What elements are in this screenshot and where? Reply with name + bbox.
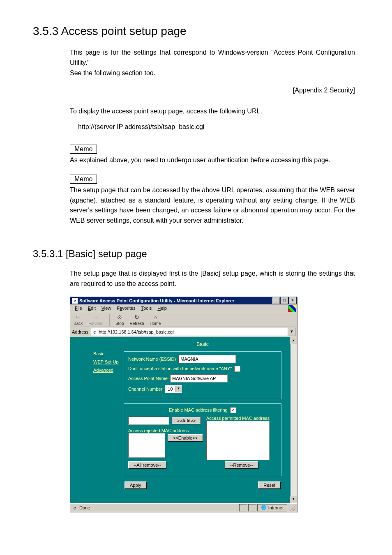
address-label: Address <box>72 329 88 334</box>
memo-1-label: Memo <box>70 145 97 154</box>
chevron-down-icon: ▾ <box>175 386 182 392</box>
essid-label: Network Name (ESSID) <box>128 357 176 362</box>
status-pane <box>239 504 247 511</box>
menu-favorites[interactable]: Favorites <box>114 305 138 311</box>
toolbar-separator <box>109 314 110 326</box>
label: dit <box>91 306 96 311</box>
menu-file[interactable]: File <box>72 305 85 311</box>
stop-icon: ⊘ <box>115 313 124 321</box>
address-text: http://192.168.1.64/tsb/tsap_basic.cgi <box>99 329 173 334</box>
label: Back <box>74 321 83 326</box>
scrollbar-track[interactable] <box>291 344 297 497</box>
ie-app-icon: e <box>72 298 78 304</box>
appendix-ref: [Appendix 2 Security] <box>70 85 355 96</box>
label: iew <box>104 306 111 311</box>
back-arrow-icon: ⇦ <box>74 313 82 321</box>
channel-value: 10 <box>165 387 175 391</box>
left-gutter <box>70 337 93 503</box>
panel-title: Basic <box>124 341 281 347</box>
label: ools <box>143 306 152 311</box>
forward-button[interactable]: ⇨ Forward <box>87 313 105 326</box>
status-text: Done <box>79 505 90 510</box>
channel-select[interactable]: 10 ▾ <box>165 385 182 393</box>
security-zone: 🌐 Internet <box>257 504 287 511</box>
nav-basic[interactable]: Basic <box>93 351 124 356</box>
label: vorites <box>122 306 135 311</box>
mac-filter-box: Enable MAC address filtering ✓ >>Add>> A… <box>124 403 281 476</box>
globe-icon: 🌐 <box>261 505 267 510</box>
macfilter-label: Enable MAC address filtering <box>169 408 227 412</box>
page-icon: e <box>92 329 97 335</box>
para-353-url-intro: To display the access point setup page, … <box>70 106 355 117</box>
memo-2-text: The setup page that can be accessed by t… <box>70 185 355 226</box>
refresh-button[interactable]: ↻ Refresh <box>128 313 146 326</box>
scroll-down-button[interactable]: ▾ <box>290 496 297 503</box>
address-input[interactable]: e http://192.168.1.64/tsb/tsap_basic.cgi <box>90 328 288 336</box>
sidebar-nav: Basic WEP Set Up Advanced <box>93 337 124 503</box>
all-remove-button[interactable]: --All remove-- <box>128 461 166 469</box>
minimize-button[interactable]: _ <box>272 297 280 304</box>
memo-2-label: Memo <box>70 175 97 184</box>
back-button[interactable]: ⇦ Back <box>72 313 84 326</box>
windows-logo-icon <box>288 305 296 312</box>
any-checkbox[interactable] <box>234 366 240 372</box>
mac-entry-input[interactable] <box>128 417 169 425</box>
add-button[interactable]: >>Add>> <box>172 417 201 424</box>
para-3531-intro: The setup page that is displayed first i… <box>70 269 355 289</box>
menu-tools[interactable]: Tools <box>138 305 155 311</box>
rejected-listbox[interactable] <box>128 433 165 458</box>
reset-button[interactable]: Reset <box>258 481 281 489</box>
apname-input[interactable] <box>170 374 228 382</box>
label: Home <box>150 321 161 326</box>
resize-grip-icon[interactable] <box>290 505 295 511</box>
ie-window: e Software Access Point Configuration Ut… <box>70 297 297 512</box>
apply-button[interactable]: Apply <box>125 481 147 489</box>
essid-input[interactable] <box>178 355 236 363</box>
menu-view[interactable]: View <box>99 305 114 311</box>
basic-settings-box: Network Name (ESSID) Don't accept a stat… <box>124 351 281 399</box>
refresh-icon: ↻ <box>133 313 141 321</box>
text: See the following section too. <box>70 69 155 76</box>
apname-label: Access Point Name <box>128 376 168 381</box>
done-icon: e <box>72 505 78 511</box>
zone-text: Internet <box>268 505 284 510</box>
home-icon: ⌂ <box>151 313 159 321</box>
page-content: ▴ ▾ Basic WEP Set Up Advanced Basic Netw… <box>70 337 297 503</box>
window-title: Software Access Point Configuration Util… <box>79 298 272 303</box>
close-button[interactable]: × <box>289 297 296 304</box>
label: Refresh <box>130 321 144 326</box>
status-bar: e Done 🌐 Internet <box>70 503 297 512</box>
label: ile <box>78 306 82 311</box>
main-panel: Basic Network Name (ESSID) Don't accept … <box>124 337 290 503</box>
menubar: File Edit View Favorites Tools Help <box>70 304 297 312</box>
nav-advanced[interactable]: Advanced <box>93 368 124 373</box>
permitted-label: Access permitted MAC address <box>206 416 277 421</box>
address-dropdown-button[interactable]: ▾ <box>288 328 295 336</box>
stop-button[interactable]: ⊘ Stop <box>114 313 126 326</box>
heading-353: 3.5.3 Access point setup page <box>33 25 359 38</box>
toolbar: ⇦ Back ⇨ Forward ⊘ Stop ↻ Refresh ⌂ Home <box>70 312 297 327</box>
label: Forward <box>88 321 104 326</box>
label: elp <box>161 306 167 311</box>
macfilter-checkbox[interactable]: ✓ <box>230 407 236 413</box>
menu-edit[interactable]: Edit <box>85 305 99 311</box>
permitted-listbox[interactable] <box>206 421 270 460</box>
nav-wep[interactable]: WEP Set Up <box>93 359 124 364</box>
address-bar: Address e http://192.168.1.64/tsb/tsap_b… <box>70 327 297 337</box>
channel-label: Channel Number <box>128 387 162 391</box>
remove-button[interactable]: --Remove-- <box>225 461 258 469</box>
label: Stop <box>115 321 124 326</box>
memo-1-text: As explained above, you need to undergo … <box>70 155 355 166</box>
rejected-label: Access rejected MAC address <box>128 428 203 433</box>
maximize-button[interactable]: □ <box>281 297 288 304</box>
heading-3531: 3.5.3.1 [Basic] setup page <box>33 248 359 260</box>
para-353-intro: This page is for the settings that corre… <box>70 48 355 78</box>
menu-help[interactable]: Help <box>154 305 170 311</box>
forward-arrow-icon: ⇨ <box>92 313 100 321</box>
url-example: http://(server IP address)/tsb/tsap_basi… <box>78 123 359 131</box>
titlebar: e Software Access Point Configuration Ut… <box>70 297 297 304</box>
status-pane <box>248 504 256 511</box>
any-label: Don't accept a station with the network … <box>128 366 232 371</box>
home-button[interactable]: ⌂ Home <box>148 313 163 326</box>
enable-button[interactable]: >>Enable>> <box>168 434 203 442</box>
